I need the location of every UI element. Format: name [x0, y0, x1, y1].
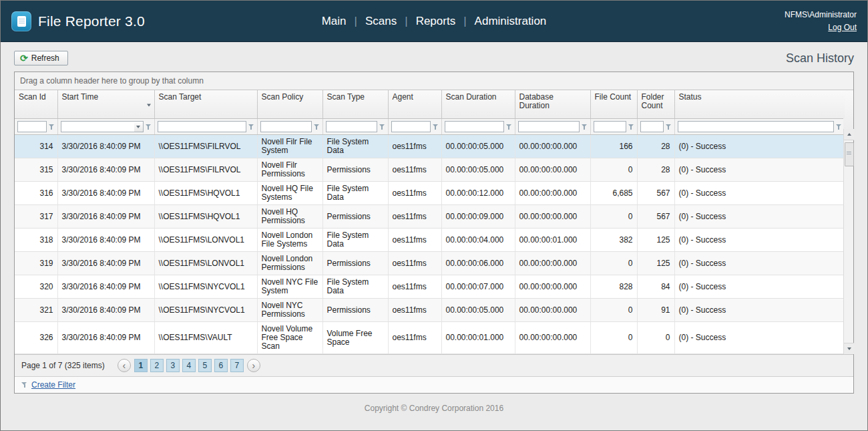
- column-header-scan_type[interactable]: Scan Type: [322, 90, 388, 119]
- filter-funnel-icon[interactable]: [666, 124, 672, 130]
- filter-input-agent[interactable]: [391, 121, 431, 132]
- column-header-file_count[interactable]: File Count: [590, 90, 637, 119]
- cell-file_count: 0: [590, 205, 637, 229]
- filter-funnel-icon[interactable]: [314, 124, 320, 130]
- column-header-label: Agent: [393, 92, 413, 102]
- filter-funnel-icon[interactable]: [49, 124, 55, 130]
- cell-folder_count: 28: [637, 135, 674, 158]
- group-panel[interactable]: Drag a column header here to group by th…: [15, 72, 853, 90]
- cell-status: (0) - Success: [674, 182, 845, 205]
- filter-input-folder_count[interactable]: [640, 121, 664, 132]
- pager-page-3[interactable]: 3: [166, 359, 180, 372]
- cell-scan_type: File System Data: [322, 182, 388, 205]
- column-header-folder_count[interactable]: Folder Count: [637, 90, 674, 119]
- cell-folder_count: 125: [637, 229, 674, 252]
- cell-status: (0) - Success: [674, 135, 845, 158]
- pager-page-1[interactable]: 1: [134, 359, 148, 372]
- filter-input-scan_duration[interactable]: [445, 121, 504, 132]
- pager-page-7[interactable]: 7: [230, 359, 244, 372]
- cell-scan_policy: Novell HQ File Systems: [257, 182, 322, 205]
- table-row[interactable]: 3163/30/2016 8:40:09 PM\\OES11FMS\HQVOL1…: [15, 182, 845, 205]
- table-row[interactable]: 3143/30/2016 8:40:09 PM\\OES11FMS\FILRVO…: [15, 135, 845, 158]
- create-filter-link[interactable]: Create Filter: [31, 380, 75, 390]
- filter-input-scan_policy[interactable]: [260, 121, 312, 132]
- column-header-start_time[interactable]: Start Time: [57, 90, 154, 119]
- cell-start_time: 3/30/2016 8:40:09 PM: [57, 252, 154, 275]
- cell-scan_policy: Novell London Permissions: [257, 252, 322, 275]
- filter-input-database_duration[interactable]: [518, 121, 580, 132]
- table-row[interactable]: 3153/30/2016 8:40:09 PM\\OES11FMS\FILRVO…: [15, 158, 845, 182]
- table-row[interactable]: 3263/30/2016 8:40:09 PM\\OES11FMS\VAULTN…: [15, 322, 845, 354]
- pager-page-buttons: 1234567: [134, 359, 244, 372]
- filter-cell-status: [674, 119, 845, 135]
- filter-dropdown-button[interactable]: [134, 121, 144, 132]
- filter-funnel-icon[interactable]: [582, 124, 588, 130]
- vertical-scrollbar[interactable]: [843, 129, 853, 354]
- filter-input-scan_type[interactable]: [326, 121, 377, 132]
- scroll-thumb[interactable]: [845, 142, 854, 166]
- cell-scan_target: \\OES11FMS\LONVOL1: [154, 229, 257, 252]
- pager-page-4[interactable]: 4: [182, 359, 196, 372]
- refresh-icon: ⟳: [20, 53, 28, 63]
- filter-input-scan_target[interactable]: [158, 121, 246, 132]
- table-row[interactable]: 3193/30/2016 8:40:09 PM\\OES11FMS\LONVOL…: [15, 252, 845, 275]
- pager-page-2[interactable]: 2: [150, 359, 164, 372]
- cell-folder_count: 567: [637, 205, 674, 229]
- cell-file_count: 0: [590, 322, 637, 354]
- scroll-down-button[interactable]: [844, 343, 854, 354]
- nav-item-reports[interactable]: Reports: [408, 15, 464, 28]
- cell-status: (0) - Success: [674, 275, 845, 299]
- logout-link[interactable]: Log Out: [828, 23, 857, 32]
- filter-input-file_count[interactable]: [594, 121, 626, 132]
- pager-next-button[interactable]: ›: [247, 359, 260, 372]
- app-title: File Reporter 3.0: [38, 13, 145, 29]
- column-header-status[interactable]: Status: [674, 90, 845, 119]
- table-row[interactable]: 3213/30/2016 8:40:09 PM\\OES11FMS\NYCVOL…: [15, 299, 845, 322]
- filter-funnel-icon[interactable]: [248, 124, 254, 130]
- cell-status: (0) - Success: [674, 158, 845, 182]
- column-header-scan_id[interactable]: Scan Id: [15, 90, 57, 119]
- copyright-text: Copyright © Condrey Corporation 2016: [365, 404, 503, 413]
- column-header-label: Scan Id: [19, 93, 53, 102]
- scroll-up-button[interactable]: [844, 129, 854, 140]
- filter-funnel-icon: [21, 382, 27, 388]
- grid-body: Scan IdStart TimeScan TargetScan PolicyS…: [15, 90, 853, 354]
- column-header-scan_duration[interactable]: Scan Duration: [441, 90, 515, 119]
- column-header-database_duration[interactable]: Database Duration: [515, 90, 590, 119]
- filter-input-start_time[interactable]: [61, 121, 135, 132]
- nav-item-administration[interactable]: Administration: [467, 15, 555, 28]
- filter-funnel-icon[interactable]: [146, 124, 152, 130]
- filter-input-status[interactable]: [678, 121, 834, 132]
- column-header-scan_target[interactable]: Scan Target: [154, 90, 257, 119]
- cell-agent: oes11fms: [388, 205, 441, 229]
- filter-funnel-icon[interactable]: [506, 124, 512, 130]
- cell-scan_id: 314: [15, 135, 57, 158]
- filter-funnel-icon[interactable]: [836, 124, 842, 130]
- filter-funnel-icon[interactable]: [433, 124, 439, 130]
- column-header-scan_policy[interactable]: Scan Policy: [257, 90, 322, 119]
- column-header-agent[interactable]: Agent: [388, 90, 441, 119]
- cell-scan_duration: 00.00:00:06.000: [441, 252, 515, 275]
- filter-cell-start_time: [57, 119, 154, 135]
- pager-page-6[interactable]: 6: [214, 359, 228, 372]
- table-row[interactable]: 3183/30/2016 8:40:09 PM\\OES11FMS\LONVOL…: [15, 229, 845, 252]
- cell-file_count: 828: [590, 275, 637, 299]
- column-header-row: Scan IdStart TimeScan TargetScan PolicyS…: [15, 90, 845, 119]
- nav-item-scans[interactable]: Scans: [357, 15, 405, 28]
- cell-database_duration: 00.00:00:00.000: [515, 322, 590, 354]
- table-row[interactable]: 3173/30/2016 8:40:09 PM\\OES11FMS\HQVOL1…: [15, 205, 845, 229]
- filter-funnel-icon[interactable]: [628, 124, 634, 130]
- nav-item-main[interactable]: Main: [314, 15, 355, 28]
- cell-database_duration: 00.00:00:00.000: [515, 299, 590, 322]
- column-filter-dropdown-icon[interactable]: [147, 100, 151, 109]
- page-title: Scan History: [786, 51, 854, 65]
- cell-file_count: 0: [590, 252, 637, 275]
- table-row[interactable]: 3203/30/2016 8:40:09 PM\\OES11FMS\NYCVOL…: [15, 275, 845, 299]
- pager-page-5[interactable]: 5: [198, 359, 212, 372]
- filter-input-scan_id[interactable]: [17, 121, 47, 132]
- filter-funnel-icon[interactable]: [379, 124, 385, 130]
- filter-cell-file_count: [590, 119, 637, 135]
- cell-scan_policy: Novell Volume Free Space Scan: [257, 322, 322, 354]
- pager-prev-button[interactable]: ‹: [118, 359, 131, 372]
- refresh-button[interactable]: ⟳ Refresh: [14, 51, 68, 65]
